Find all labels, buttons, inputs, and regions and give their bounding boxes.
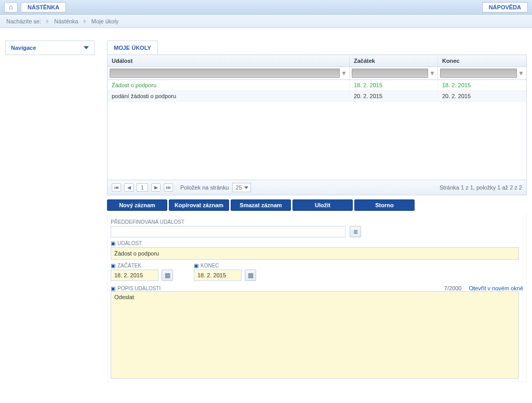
filter-event-input[interactable]	[110, 69, 340, 78]
save-button[interactable]: Uložit	[292, 199, 353, 211]
storno-button[interactable]: Storno	[354, 199, 415, 211]
breadcrumb-sep	[44, 18, 51, 24]
zacatek-input[interactable]: 18. 2. 2015	[111, 270, 158, 281]
home-icon: ⌂	[9, 3, 13, 11]
cell-start: 20. 2. 2015	[350, 91, 438, 102]
konec-label-text: KONEC	[201, 263, 219, 268]
sidebar: Navigace	[5, 41, 95, 382]
pager-next-button[interactable]: ▶	[151, 183, 161, 192]
cell-event: podání žádosti o podporu	[108, 91, 350, 102]
breadcrumb: Nacházíte se: Nástěnka Moje úkoly	[0, 15, 532, 28]
pager-perpage-label: Položek na stránku	[180, 184, 229, 191]
main: MOJE ÚKOLY Událost Začátek Konec ▼ ▼	[107, 41, 527, 382]
udalost-input[interactable]: Žádost o podporu	[111, 247, 519, 260]
funnel-icon[interactable]: ▼	[341, 70, 347, 76]
filter-start-input[interactable]	[352, 69, 428, 78]
list-icon: ≣	[353, 229, 358, 235]
konec-calendar-button[interactable]: ▦	[245, 270, 256, 281]
pager-perpage-select[interactable]: 25	[232, 183, 251, 192]
col-header-event[interactable]: Událost	[108, 55, 350, 67]
required-icon: ▣	[194, 263, 198, 268]
pager-last-button[interactable]: ⏭	[164, 183, 173, 192]
predef-lookup-button[interactable]: ≣	[350, 226, 361, 237]
napoveda-button[interactable]: NÁPOVĚDA	[482, 2, 528, 12]
pager-status: Stránka 1 z 1, položky 1 až 2 z 2	[440, 184, 522, 191]
popis-label: ▣ POPIS UDÁLOSTI	[111, 286, 161, 291]
zacatek-label: ▣ ZAČÁTEK	[111, 263, 173, 268]
col-header-start[interactable]: Začátek	[350, 55, 438, 67]
navigace-label: Navigace	[11, 45, 36, 51]
zacatek-label-text: ZAČÁTEK	[117, 263, 141, 268]
breadcrumb-item-0[interactable]: Nástěnka	[54, 18, 78, 24]
layout: Navigace MOJE ÚKOLY Událost Začátek Kone…	[0, 28, 532, 387]
nastenka-button[interactable]: NÁSTĚNKA	[21, 2, 66, 12]
filter-end-input[interactable]	[440, 69, 517, 78]
udalost-label-text: UDÁLOST	[117, 240, 142, 246]
cell-event: Žádost o podporu	[108, 80, 350, 91]
navigace-toggle[interactable]: Navigace	[5, 41, 95, 55]
funnel-icon[interactable]: ▼	[518, 70, 524, 76]
popis-label-text: POPIS UDÁLOSTI	[117, 286, 161, 291]
grid-filter-row: ▼ ▼ ▼	[108, 67, 526, 80]
udalost-label: ▣ UDÁLOST	[111, 240, 523, 246]
predef-input[interactable]	[111, 226, 345, 237]
tab-moje-ukoly[interactable]: MOJE ÚKOLY	[107, 41, 158, 55]
konec-label: ▣ KONEC	[194, 263, 256, 268]
col-header-end[interactable]: Konec	[438, 55, 526, 67]
copy-record-button[interactable]: Kopírovat záznam	[169, 199, 229, 211]
pager-prev-button[interactable]: ◀	[124, 183, 134, 192]
grid-header: Událost Začátek Konec	[108, 55, 526, 67]
grid-pager: ⏮ ◀ 1 ▶ ⏭ Položek na stránku 25 Stránka …	[108, 180, 526, 195]
popis-textarea[interactable]: Odeslat	[111, 291, 519, 379]
calendar-icon: ▦	[248, 272, 254, 279]
task-form: PŘEDDEFINOVANÁ UDÁLOST ≣ ▣ UDÁLOST Žádos…	[107, 213, 527, 382]
popis-counter: 7/2000	[444, 285, 462, 291]
cell-end: 20. 2. 2015	[438, 91, 526, 102]
dates-row: ▣ ZAČÁTEK 18. 2. 2015 ▦ ▣ KONEC	[111, 260, 523, 281]
new-record-button[interactable]: Nový záznam	[107, 199, 167, 211]
konec-input[interactable]: 18. 2. 2015	[194, 270, 242, 281]
calendar-icon: ▦	[165, 272, 170, 279]
breadcrumb-item-1[interactable]: Moje úkoly	[91, 18, 119, 24]
pager-first-button[interactable]: ⏮	[112, 183, 121, 192]
cell-start: 18. 2. 2015	[350, 80, 438, 91]
breadcrumb-sep	[82, 18, 88, 24]
popis-header: ▣ POPIS UDÁLOSTI 7/2000 Otevřít v novém …	[111, 285, 523, 291]
grid-body: Žádost o podporu 18. 2. 2015 18. 2. 2015…	[108, 80, 526, 180]
task-grid: Událost Začátek Konec ▼ ▼ ▼	[107, 55, 527, 195]
chevron-down-icon	[84, 46, 89, 49]
required-icon: ▣	[111, 263, 115, 268]
top-bar: ⌂ NÁSTĚNKA NÁPOVĚDA	[0, 0, 532, 15]
home-button[interactable]: ⌂	[4, 2, 18, 12]
breadcrumb-label: Nacházíte se:	[6, 18, 41, 24]
funnel-icon[interactable]: ▼	[429, 70, 435, 76]
required-icon: ▣	[111, 240, 115, 246]
pager-page-input[interactable]: 1	[137, 183, 148, 192]
zacatek-calendar-button[interactable]: ▦	[162, 270, 173, 281]
table-row[interactable]: Žádost o podporu 18. 2. 2015 18. 2. 2015	[108, 80, 526, 91]
cell-end: 18. 2. 2015	[438, 80, 526, 91]
required-icon: ▣	[111, 286, 115, 291]
open-new-window-link[interactable]: Otevřít v novém okně	[469, 285, 523, 291]
table-row[interactable]: podání žádosti o podporu 20. 2. 2015 20.…	[108, 91, 526, 102]
delete-record-button[interactable]: Smazat záznam	[231, 199, 291, 211]
action-row: Nový záznam Kopírovat záznam Smazat zázn…	[107, 195, 527, 213]
predef-label: PŘEDDEFINOVANÁ UDÁLOST	[111, 219, 523, 225]
